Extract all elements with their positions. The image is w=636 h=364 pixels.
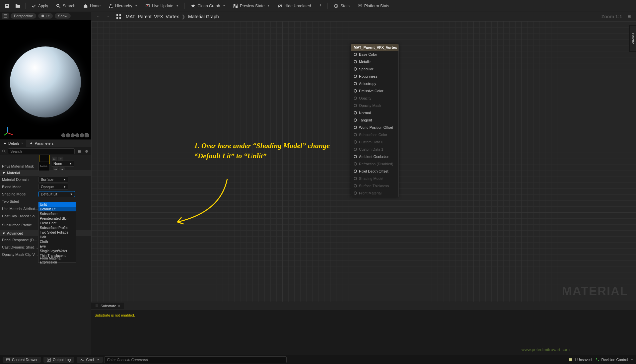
material-pin[interactable]: World Position Offset xyxy=(351,124,398,131)
perspective-button[interactable]: Perspective xyxy=(11,13,36,19)
hide-unrelated-button[interactable]: Hide Unrelated xyxy=(274,2,314,10)
svg-point-22 xyxy=(596,358,597,359)
dropdown-option[interactable]: Default Lit xyxy=(38,207,76,211)
material-pin[interactable]: Surface Thickness xyxy=(351,182,398,189)
phys-mask-select[interactable]: None▼ xyxy=(51,161,74,167)
svg-rect-19 xyxy=(119,17,121,19)
live-update-button[interactable]: Live Update▼ xyxy=(142,2,182,10)
chevron-right-icon: ❯ xyxy=(181,14,185,19)
material-pin[interactable]: Shading Model xyxy=(351,175,398,182)
material-pin[interactable]: Base Color xyxy=(351,51,398,58)
home-button[interactable]: Home xyxy=(80,2,104,10)
svg-rect-16 xyxy=(116,14,118,16)
preview-shape-picker[interactable] xyxy=(61,133,89,137)
material-pin[interactable]: Emissive Color xyxy=(351,87,398,95)
dropdown-option[interactable]: Cloth xyxy=(38,239,76,244)
shading-model-select[interactable]: Default Lit▼ xyxy=(38,191,75,197)
clean-graph-button[interactable]: Clean Graph▼ xyxy=(187,2,229,10)
platform-stats-button[interactable]: Platform Stats xyxy=(354,2,392,10)
search-button[interactable]: Search xyxy=(53,2,79,10)
blend-mode-select[interactable]: Opaque▼ xyxy=(38,184,68,190)
svg-rect-17 xyxy=(119,14,121,16)
revision-control-button[interactable]: Revision Control▼ xyxy=(596,358,633,362)
dropdown-option[interactable]: Clear Coat xyxy=(38,221,76,225)
lit-button[interactable]: Lit xyxy=(38,13,53,19)
stats-button[interactable]: Stats xyxy=(330,2,353,10)
svg-rect-18 xyxy=(116,17,118,19)
tab-substrate[interactable]: Substrate× xyxy=(91,303,124,309)
tab-details[interactable]: Details× xyxy=(0,140,26,147)
show-button[interactable]: Show xyxy=(55,13,71,19)
material-pin[interactable]: Specular xyxy=(351,65,398,73)
settings-gear-icon[interactable]: ⚙ xyxy=(84,149,89,154)
hierarchy-button[interactable]: Hierarchy▼ xyxy=(105,2,141,10)
unsaved-status[interactable]: 1 Unsaved xyxy=(569,358,592,362)
material-output-node[interactable]: MAT_Parent_VFX_Vortex Base ColorMetallic… xyxy=(351,44,399,197)
material-pin[interactable]: Ambient Occlusion xyxy=(351,153,398,160)
svg-rect-8 xyxy=(234,6,235,8)
status-bar: Content Drawer Output Log Cmd▼ 1 Unsaved… xyxy=(0,355,636,364)
apply-button[interactable]: Apply xyxy=(28,2,51,10)
nav-back-icon[interactable]: ← xyxy=(95,13,102,20)
material-pin[interactable]: Anisotropy xyxy=(351,80,398,87)
annotation-arrow-icon xyxy=(171,172,231,229)
details-search-input[interactable] xyxy=(8,148,75,154)
material-pin[interactable]: Front Material xyxy=(351,189,398,197)
material-pin[interactable]: Pixel Depth Offset xyxy=(351,168,398,175)
material-pin[interactable]: Refraction (Disabled) xyxy=(351,160,398,168)
preview-state-button[interactable]: Preview State▼ xyxy=(230,2,273,10)
breadcrumb-section[interactable]: Material Graph xyxy=(188,14,219,19)
content-drawer-button[interactable]: Content Drawer xyxy=(3,357,41,363)
svg-point-5 xyxy=(147,5,149,6)
dropdown-option[interactable]: Subsurface Profile xyxy=(38,225,76,230)
svg-rect-1 xyxy=(110,4,111,5)
dropdown-option[interactable]: SingleLayerWater xyxy=(38,249,76,253)
material-preview-viewport[interactable] xyxy=(0,20,91,139)
viewport-menu-icon[interactable] xyxy=(2,13,9,19)
material-pin[interactable]: Normal xyxy=(351,109,398,116)
save-icon[interactable] xyxy=(3,1,12,11)
cmd-button[interactable]: Cmd▼ xyxy=(77,357,103,363)
dropdown-option[interactable]: From Material Expression xyxy=(38,258,76,262)
material-pin[interactable]: Custom Data 1 xyxy=(351,146,398,153)
svg-rect-3 xyxy=(111,7,113,8)
console-command-input[interactable] xyxy=(104,356,287,363)
dropdown-option[interactable]: Hair xyxy=(38,235,76,239)
phys-mask-label: Phys Material Mask xyxy=(2,164,38,168)
material-pin[interactable]: Opacity Mask xyxy=(351,102,398,109)
use-asset-icon[interactable]: ⇦ xyxy=(53,167,58,172)
dropdown-option[interactable]: Two Sided Foliage xyxy=(38,230,76,235)
svg-rect-2 xyxy=(109,7,110,8)
material-pin[interactable]: Subsurface Color xyxy=(351,131,398,138)
breadcrumb-asset[interactable]: MAT_Parent_VFX_Vortex xyxy=(126,14,179,19)
dropdown-option[interactable]: Eye xyxy=(38,244,76,249)
output-log-button[interactable]: Output Log xyxy=(43,357,74,363)
browse-icon[interactable] xyxy=(13,1,23,11)
viewport-controls: Perspective Lit Show xyxy=(0,12,91,20)
close-icon[interactable]: × xyxy=(21,142,23,145)
svg-point-23 xyxy=(598,360,599,361)
grid-view-icon[interactable]: ▦ xyxy=(77,149,82,154)
tab-parameters[interactable]: Parameters xyxy=(26,140,57,147)
palette-toggle-icon[interactable]: ▤ xyxy=(625,13,633,20)
details-tab-bar: Details× Parameters xyxy=(0,139,91,147)
material-pin[interactable]: Roughness xyxy=(351,73,398,80)
dropdown-option[interactable]: Subsurface xyxy=(38,211,76,216)
tutorial-annotation: 1. Over here under “Shading Model” chang… xyxy=(194,141,337,161)
material-domain-select[interactable]: Surface▼ xyxy=(38,177,68,182)
dropdown-option[interactable]: Preintegrated Skin xyxy=(38,216,76,221)
phys-mask-thumb[interactable]: None xyxy=(38,162,49,171)
close-icon[interactable]: × xyxy=(118,304,120,308)
material-pin[interactable]: Custom Data 0 xyxy=(351,138,398,146)
browse-asset-icon[interactable]: ⌖ xyxy=(59,167,65,172)
material-pin[interactable]: Tangent xyxy=(351,116,398,124)
material-pin[interactable]: Metallic xyxy=(351,58,398,65)
overflow-icon[interactable]: ⋮ xyxy=(316,1,325,11)
nav-forward-icon[interactable]: → xyxy=(105,13,112,20)
palette-tab[interactable]: Palette xyxy=(629,25,636,52)
svg-line-14 xyxy=(4,133,7,135)
material-pin[interactable]: Opacity xyxy=(351,95,398,102)
dropdown-option[interactable]: Unlit xyxy=(38,202,76,207)
graph-root-icon[interactable] xyxy=(115,13,122,20)
material-graph-canvas[interactable]: MAT_Parent_VFX_Vortex Base ColorMetallic… xyxy=(91,21,636,355)
